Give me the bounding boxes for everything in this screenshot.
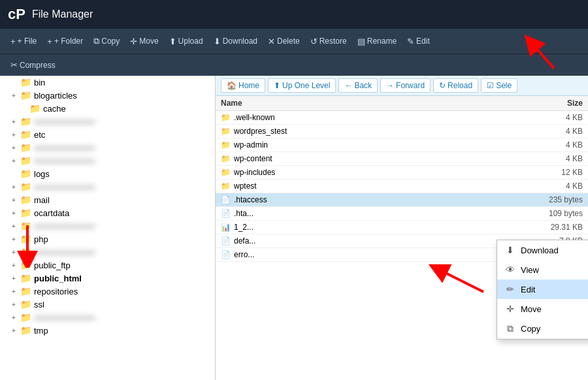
sidebar-item[interactable]: +📁ocartdata	[0, 206, 215, 219]
folder-button[interactable]: + + Folder	[42, 34, 88, 49]
forward-icon: →	[386, 81, 394, 90]
file-name: .htaccess	[234, 195, 267, 204]
table-row[interactable]: 📁wp-content 4 KB	[216, 152, 588, 166]
sidebar-item-label: xxxxxxxxxxxxxxxxx	[34, 248, 95, 256]
copy-toolbar-button[interactable]: ⧉ Copy	[88, 33, 125, 49]
folder-icon: 📁	[221, 154, 231, 163]
sidebar-item[interactable]: +📁public_ftp	[0, 259, 215, 272]
sidebar-item[interactable]: +📁tmp	[0, 324, 215, 337]
select-button[interactable]: ☑ Sele	[481, 78, 517, 93]
folder-icon: 📁	[20, 195, 31, 205]
folder-icon: 📁	[20, 299, 31, 309]
restore-icon: ↺	[310, 37, 318, 46]
folder-icon: 📁	[221, 127, 231, 136]
home-button[interactable]: 🏠 Home	[221, 78, 265, 93]
sidebar-item[interactable]: +📁xxxxxxxxxxxxxxxxx	[0, 311, 215, 324]
folder-icon: 📁	[20, 286, 31, 296]
folder-icon: 📁	[29, 103, 41, 114]
file-name-cell: 📄.htaccess	[216, 193, 451, 207]
upload-button[interactable]: ⬆ Upload	[164, 34, 208, 49]
file-size-cell: 4 KB	[451, 152, 588, 166]
table-row[interactable]: 📁wordpres_stest 4 KB	[216, 125, 588, 138]
table-row[interactable]: 📄.hta... 109 bytes	[216, 207, 588, 221]
up-level-button[interactable]: ⬆ Up One Level	[268, 78, 336, 93]
folder-icon: 📁	[221, 113, 231, 122]
file-size-cell: 4 KB	[451, 111, 588, 125]
sidebar-item[interactable]: +📁mail	[0, 193, 215, 206]
toolbar: + + File + + Folder ⧉ Copy ✛ Move ⬆ Uplo…	[0, 29, 588, 54]
context-menu-label: Edit	[521, 285, 535, 294]
restore-button[interactable]: ↺ Restore	[305, 34, 352, 49]
sidebar-item[interactable]: +📁php	[0, 232, 215, 245]
sidebar-item[interactable]: +📁xxxxxxxxxxxxxxxxx	[0, 219, 215, 232]
expand-icon: +	[12, 144, 18, 151]
sidebar-item-label: xxxxxxxxxxxxxxxxx	[34, 222, 95, 230]
rename-button[interactable]: ▤ Rename	[352, 34, 402, 49]
sidebar-item-label: xxxxxxxxxxxxxxxxx	[34, 313, 95, 321]
reload-button[interactable]: ↻ Reload	[433, 78, 478, 93]
expand-icon: +	[12, 92, 18, 99]
compress-button[interactable]: ✂ Compress	[5, 57, 61, 72]
sidebar-item[interactable]: 📁cache	[0, 102, 215, 115]
file-table-body: 📁.well-known 4 KB 📁wordpres_stest 4 KB 📁…	[216, 111, 588, 262]
file-button[interactable]: + + File	[5, 34, 42, 49]
file-code-icon: 📄	[221, 209, 231, 218]
sidebar-item[interactable]: +📁xxxxxxxxxxxxxxxxx	[0, 180, 215, 193]
file-name-cell: 📄defa...	[216, 234, 451, 248]
table-row[interactable]: 📁.well-known 4 KB	[216, 111, 588, 125]
sidebar-item[interactable]: 📁bin	[0, 76, 215, 89]
file-name: wp-admin	[234, 140, 268, 150]
sidebar-item[interactable]: +📁public_html	[0, 272, 215, 285]
context-menu-icon: ✏	[505, 284, 515, 294]
table-row[interactable]: 📁wptest 4 KB	[216, 180, 588, 193]
folder-icon: 📁	[20, 168, 31, 179]
folder-icon: 📁	[20, 129, 31, 140]
back-button[interactable]: ← Back	[338, 78, 378, 93]
context-menu-icon: ✛	[505, 304, 515, 314]
sidebar-item[interactable]: +📁ssl	[0, 298, 215, 311]
expand-icon: +	[12, 301, 18, 308]
sidebar-item-label: mail	[34, 195, 50, 205]
sidebar-item[interactable]: +📁xxxxxxxxxxxxxxxxx	[0, 154, 215, 167]
sidebar-item[interactable]: +📁xxxxxxxxxxxxxxxxx	[0, 115, 215, 128]
context-menu-item-move[interactable]: ✛Move	[497, 299, 588, 319]
sidebar-item-label: public_ftp	[34, 261, 71, 270]
folder-icon: 📁	[20, 155, 31, 166]
table-row[interactable]: 📄.htaccess 235 bytes	[216, 193, 588, 207]
file-name: wptest	[234, 182, 257, 191]
folder-icon: 📁	[20, 273, 31, 283]
edit-toolbar-button[interactable]: ✎ Edit	[402, 34, 435, 49]
context-menu-item-view[interactable]: 👁View	[497, 260, 588, 279]
file-size-cell: 29.31 KB	[451, 221, 588, 234]
context-menu-item-download[interactable]: ⬇Download	[497, 240, 588, 260]
delete-button[interactable]: ✕ Delete	[263, 34, 305, 49]
forward-button[interactable]: → Forward	[380, 78, 431, 93]
folder-icon: 📁	[20, 221, 31, 231]
file-name: wordpres_stest	[234, 127, 287, 136]
table-row[interactable]: 📁wp-admin 4 KB	[216, 138, 588, 152]
table-row[interactable]: 📊1_2... 29.31 KB	[216, 221, 588, 234]
download-button[interactable]: ⬇ Download	[208, 34, 263, 49]
file-icon: 📄	[221, 236, 231, 245]
move-button[interactable]: ✛ Move	[125, 34, 163, 49]
file-name-cell: 📁wptest	[216, 180, 451, 193]
folder-icon: 📁	[20, 90, 31, 101]
context-menu-item-copy[interactable]: ⧉Copy	[497, 319, 588, 339]
folder-icon: 📁	[20, 142, 31, 153]
expand-icon: +	[12, 288, 18, 295]
sidebar-item[interactable]: +📁xxxxxxxxxxxxxxxxx	[0, 245, 215, 259]
sidebar-item[interactable]: +📁etc	[0, 128, 215, 141]
sidebar-item[interactable]: 📁logs	[0, 167, 215, 180]
sidebar-item[interactable]: +📁blogarticles	[0, 89, 215, 102]
sidebar-item-label: ssl	[34, 300, 44, 309]
table-row[interactable]: 📁wp-includes 12 KB	[216, 166, 588, 180]
sidebar-item[interactable]: +📁xxxxxxxxxxxxxxxxx	[0, 141, 215, 154]
delete-icon: ✕	[268, 37, 275, 46]
sidebar-item[interactable]: +📁repositories	[0, 285, 215, 298]
expand-icon: +	[12, 236, 18, 243]
file-name-cell: 📊1_2...	[216, 221, 451, 234]
app-logo: cP	[8, 6, 25, 23]
context-menu-item-edit[interactable]: ✏Edit	[497, 279, 588, 299]
sidebar[interactable]: 📁bin+📁blogarticles📁cache+📁xxxxxxxxxxxxxx…	[0, 76, 216, 380]
sidebar-item-label: php	[34, 234, 48, 244]
